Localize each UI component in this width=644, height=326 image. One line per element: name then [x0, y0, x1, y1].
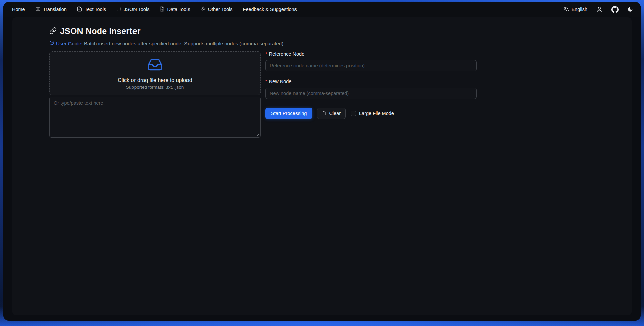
app-window: Home Translation Text Tools JSON Tools D… — [3, 2, 641, 321]
tool-icon — [200, 6, 206, 13]
nav-text-tools-label: Text Tools — [85, 7, 106, 12]
new-node-field: * New Node — [265, 79, 477, 99]
actions-row: Start Processing Clear Large File Mode — [265, 108, 477, 119]
reference-node-label-row: * Reference Node — [265, 51, 477, 57]
user-guide-link[interactable]: User Guide — [49, 40, 82, 46]
upload-column: Click or drag file here to upload Suppor… — [49, 51, 261, 138]
nav-translation-label: Translation — [43, 7, 67, 12]
clear-button-label: Clear — [329, 111, 341, 116]
paste-textarea[interactable] — [49, 97, 261, 138]
nav-item-home[interactable]: Home — [12, 7, 25, 12]
page-title-row: JSON Node Inserter — [49, 26, 477, 36]
moon-icon[interactable] — [627, 6, 633, 12]
nav-item-feedback[interactable]: Feedback & Suggestions — [243, 7, 297, 12]
inbox-icon — [147, 57, 163, 74]
new-node-input[interactable] — [265, 88, 477, 99]
file-dropzone[interactable]: Click or drag file here to upload Suppor… — [49, 51, 261, 95]
nav-data-tools-label: Data Tools — [167, 7, 190, 12]
nav-item-data-tools[interactable]: Data Tools — [159, 6, 190, 13]
user-icon[interactable] — [596, 6, 603, 13]
nav-item-json-tools[interactable]: JSON Tools — [116, 6, 149, 13]
nav-menu: Home Translation Text Tools JSON Tools D… — [12, 6, 297, 13]
page-description: Batch insert new nodes after specified n… — [84, 41, 285, 46]
dropzone-text: Click or drag file here to upload — [118, 77, 192, 84]
reference-node-label: Reference Node — [269, 51, 305, 57]
nav-right-controls: English — [563, 6, 633, 13]
file-search-icon — [159, 6, 165, 13]
user-guide-label: User Guide — [56, 41, 82, 46]
options-column: * Reference Node * New Node Start P — [265, 51, 477, 119]
github-icon[interactable] — [611, 6, 619, 13]
page-title: JSON Node Inserter — [60, 26, 141, 36]
nav-item-text-tools[interactable]: Text Tools — [77, 6, 106, 13]
nav-feedback-label: Feedback & Suggestions — [243, 7, 297, 12]
language-label: English — [571, 7, 587, 12]
nav-home-label: Home — [12, 7, 25, 12]
required-marker: * — [265, 51, 267, 57]
main-panel: JSON Node Inserter User Guide Batch inse… — [12, 17, 632, 315]
nav-item-translation[interactable]: Translation — [35, 6, 67, 13]
dropzone-formats: Supported formats: .txt, .json — [126, 85, 184, 90]
page-subtitle: User Guide Batch insert new nodes after … — [49, 40, 477, 46]
new-node-label-row: * New Node — [265, 79, 477, 84]
link-icon — [49, 27, 57, 36]
reference-node-input[interactable] — [265, 60, 477, 71]
large-file-mode-checkbox[interactable] — [351, 111, 356, 116]
large-file-mode-label: Large File Mode — [359, 111, 394, 116]
large-file-mode-toggle[interactable]: Large File Mode — [351, 111, 394, 116]
clear-button[interactable]: Clear — [317, 108, 346, 119]
top-nav: Home Translation Text Tools JSON Tools D… — [3, 2, 641, 17]
reference-node-field: * Reference Node — [265, 51, 477, 71]
globe-icon — [35, 6, 41, 13]
braces-icon — [116, 6, 121, 13]
file-text-icon — [77, 6, 82, 13]
tool-content: JSON Node Inserter User Guide Batch inse… — [12, 17, 477, 138]
translate-icon — [563, 6, 569, 13]
required-marker: * — [265, 79, 267, 84]
question-circle-icon — [49, 40, 54, 46]
nav-json-tools-label: JSON Tools — [124, 7, 149, 12]
language-switcher[interactable]: English — [563, 6, 587, 13]
new-node-label: New Node — [269, 79, 292, 84]
nav-item-other-tools[interactable]: Other Tools — [200, 6, 233, 13]
trash-icon — [322, 111, 327, 116]
start-processing-button[interactable]: Start Processing — [265, 108, 312, 119]
paste-area — [49, 97, 261, 138]
form-grid: Click or drag file here to upload Suppor… — [49, 51, 477, 138]
nav-other-tools-label: Other Tools — [208, 7, 233, 12]
